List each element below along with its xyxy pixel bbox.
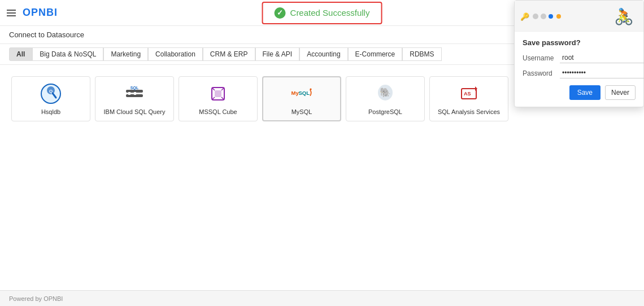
svg-rect-6	[128, 92, 130, 95]
logo: OPNBI	[7, 7, 58, 19]
datasource-card-mssql[interactable]: MSSQL Cube	[179, 76, 258, 121]
browser-dots	[533, 14, 553, 19]
dot-1	[533, 14, 538, 19]
dialog-body: Save password? Username ▼ Password ▼ 👁 S…	[515, 32, 643, 107]
ibm-label: IBM Cloud SQL Query	[103, 108, 165, 115]
dot-gold	[556, 14, 561, 19]
username-label: Username	[523, 54, 556, 62]
password-dialog: 🔑 🚴 Save password? Username ▼ Password ▼…	[514, 0, 644, 107]
filter-marketing[interactable]: Marketing	[103, 47, 148, 61]
powered-by-text: Powered by OPNBI	[9, 295, 63, 302]
datasource-card-postgresql[interactable]: 🐘 PostgreSQL	[346, 76, 425, 121]
save-button[interactable]: Save	[569, 85, 601, 100]
svg-text:SQL: SQL	[130, 86, 139, 90]
dot-blue	[549, 14, 553, 19]
filter-rdbms[interactable]: RDBMS	[402, 47, 441, 61]
filter-crm[interactable]: CRM & ERP	[203, 47, 255, 61]
dialog-title: Save password?	[523, 38, 636, 47]
success-text: Created Successfully	[290, 8, 370, 18]
mysql-icon: My SQL	[290, 82, 313, 105]
ibm-icon: SQL	[123, 82, 146, 105]
mssql-icon	[207, 82, 229, 105]
browser-icons: 🔑	[520, 12, 561, 21]
hamburger-icon[interactable]	[7, 10, 16, 16]
svg-text:AS: AS	[464, 91, 471, 97]
hsqldb-icon: Q	[40, 82, 62, 105]
password-input[interactable]	[560, 68, 644, 78]
svg-rect-7	[134, 92, 136, 95]
password-field-row: Password ▼ 👁	[523, 68, 636, 78]
key-icon: 🔑	[520, 12, 529, 21]
filter-file[interactable]: File & API	[255, 47, 300, 61]
svg-rect-10	[215, 90, 221, 97]
postgresql-icon: 🐘	[374, 82, 397, 105]
biker-illustration: 🚴	[610, 5, 638, 28]
sqlanalysis-label: SQL Analysis Services	[438, 108, 500, 115]
svg-text:🐘: 🐘	[380, 87, 391, 98]
svg-text:SQL: SQL	[298, 90, 310, 96]
datasource-card-hsqldb[interactable]: Q Hsqldb	[11, 76, 90, 121]
never-button[interactable]: Never	[605, 85, 636, 100]
svg-text:My: My	[291, 90, 299, 96]
password-label: Password	[523, 69, 556, 77]
success-check-icon: ✓	[275, 7, 286, 19]
mssql-label: MSSQL Cube	[199, 108, 237, 115]
logo-text: OPNBI	[23, 7, 58, 19]
dialog-actions: Save Never	[523, 85, 636, 100]
dot-2	[541, 14, 546, 19]
bottom-bar: Powered by OPNBI	[0, 290, 644, 306]
filter-all[interactable]: All	[9, 47, 32, 61]
username-input[interactable]	[560, 53, 644, 63]
datasource-card-ibm[interactable]: SQL IBM Cloud SQL Query	[95, 76, 174, 121]
hsqldb-label: Hsqldb	[41, 108, 60, 115]
notification-area: ✓ Created Successfully	[262, 2, 382, 24]
subtitle-text: Connect to Datasource	[9, 30, 84, 39]
postgresql-label: PostgreSQL	[368, 108, 402, 115]
filter-ecommerce[interactable]: E-Commerce	[348, 47, 403, 61]
datasource-card-sqlanalysis[interactable]: AS SQL Analysis Services	[429, 76, 508, 121]
browser-bar: 🔑 🚴	[515, 1, 643, 32]
svg-point-17	[310, 88, 311, 90]
mysql-label: MySQL	[291, 108, 312, 115]
filter-collaboration[interactable]: Collaboration	[148, 47, 203, 61]
sqlanalysis-icon: AS	[458, 82, 480, 105]
filter-accounting[interactable]: Accounting	[299, 47, 347, 61]
datasource-card-mysql[interactable]: My SQL MySQL	[262, 76, 341, 121]
success-notification: ✓ Created Successfully	[262, 2, 382, 24]
filter-bigdata[interactable]: Big Data & NoSQL	[32, 47, 103, 61]
username-field-row: Username ▼	[523, 53, 636, 63]
